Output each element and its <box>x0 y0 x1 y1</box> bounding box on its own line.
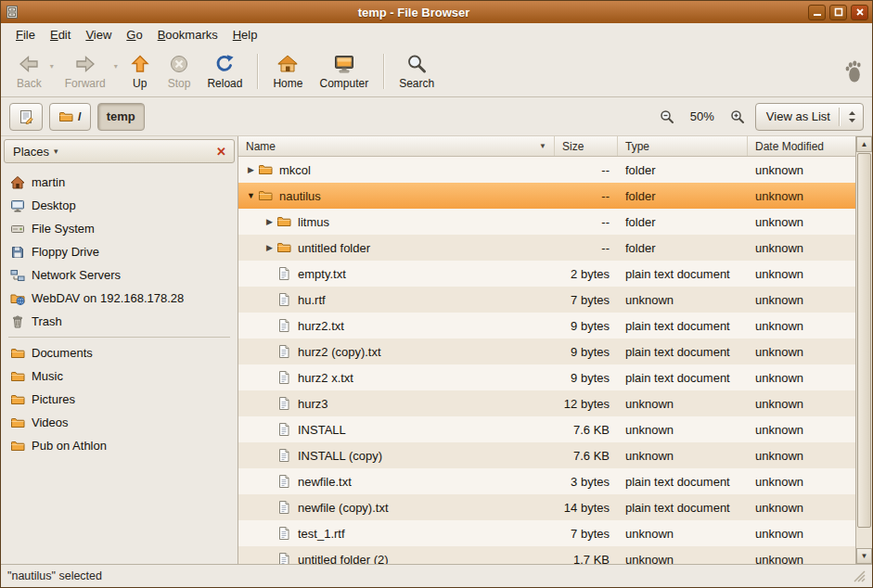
file-row-untitled-folder-2-[interactable]: untitled folder (2)1.7 KBunknownunknown <box>238 546 855 564</box>
folder-icon <box>10 415 25 430</box>
search-button[interactable]: Search <box>391 48 443 95</box>
places-header-dropdown[interactable]: Places ▾ ✕ <box>4 139 235 163</box>
path-button-current[interactable]: temp <box>97 103 145 131</box>
resize-grip[interactable] <box>854 570 866 582</box>
file-row-test-1-rtf[interactable]: test_1.rtf7 bytesunknownunknown <box>238 520 855 546</box>
vertical-scrollbar[interactable]: ▲ ▼ <box>855 136 872 564</box>
file-name: hurz2 (copy).txt <box>298 345 381 359</box>
scroll-down-button[interactable]: ▼ <box>856 548 872 564</box>
up-button[interactable]: Up <box>121 48 160 95</box>
sidebar-item-videos[interactable]: Videos <box>1 411 238 434</box>
menu-bookmarks[interactable]: Bookmarks <box>150 25 225 45</box>
file-type: unknown <box>618 527 748 541</box>
text-file-icon <box>276 552 291 564</box>
menu-file[interactable]: File <box>8 25 43 45</box>
text-file-icon <box>276 370 291 385</box>
sidebar-item-martin[interactable]: martin <box>1 171 238 194</box>
file-row-hurz2-x-txt[interactable]: hurz2 x.txt9 bytesplain text documentunk… <box>238 364 855 390</box>
path-button-root[interactable]: / <box>49 103 91 131</box>
file-name: newfile.txt <box>298 475 352 489</box>
column-header-type[interactable]: Type <box>618 136 748 156</box>
folder-icon <box>10 392 25 407</box>
file-name: hu.rtf <box>298 293 326 307</box>
sidebar-item-file-system[interactable]: File System <box>1 217 238 240</box>
file-row-litmus[interactable]: ▶litmus--folderunknown <box>238 209 855 235</box>
sidebar-item-webdav-on-192-168-178-28[interactable]: WebDAV on 192.168.178.28 <box>1 287 238 310</box>
zoom-out-button[interactable] <box>656 106 678 128</box>
expand-toggle-icon[interactable]: ▶ <box>244 165 258 174</box>
file-size: -- <box>555 241 618 255</box>
view-mode-dropdown[interactable]: View as List <box>755 103 864 131</box>
zoom-in-button[interactable] <box>726 106 749 128</box>
sidebar-item-music[interactable]: Music <box>1 364 238 388</box>
sidebar-item-floppy-drive[interactable]: Floppy Drive <box>1 240 238 263</box>
column-header-size[interactable]: Size <box>555 136 618 156</box>
file-row-newfile-copy-txt[interactable]: newfile (copy).txt14 bytesplain text doc… <box>238 494 855 520</box>
file-row-untitled-folder[interactable]: ▶untitled folder--folderunknown <box>238 235 855 261</box>
computer-button[interactable]: Computer <box>311 48 377 95</box>
places-list: martinDesktopFile SystemFloppy DriveNetw… <box>1 166 238 564</box>
sidebar-item-pub-on-athlon[interactable]: Pub on Athlon <box>1 434 238 457</box>
folder-icon <box>10 346 25 361</box>
file-name: test_1.rtf <box>298 527 345 541</box>
file-type: folder <box>618 241 748 255</box>
titlebar[interactable]: temp - File Browser <box>1 1 872 23</box>
menu-view[interactable]: View <box>78 25 119 45</box>
file-size: 7 bytes <box>555 293 618 307</box>
computer-label: Computer <box>319 77 368 90</box>
expand-toggle-icon[interactable]: ▶ <box>263 243 276 252</box>
statusbar: "nautilus" selected <box>1 564 872 587</box>
menu-go[interactable]: Go <box>119 25 149 45</box>
file-row-install[interactable]: INSTALL7.6 KBunknownunknown <box>238 416 855 442</box>
file-row-empty-txt[interactable]: empty.txt2 bytesplain text documentunkno… <box>238 261 855 287</box>
sidebar-item-network-servers[interactable]: Network Servers <box>1 263 238 287</box>
sidebar-item-trash[interactable]: Trash <box>1 310 238 333</box>
column-header-name[interactable]: Name ▼ <box>238 136 555 156</box>
back-label: Back <box>17 77 42 90</box>
sidebar-item-label: Videos <box>32 415 69 429</box>
collapse-toggle-icon[interactable]: ▼ <box>244 191 258 200</box>
scroll-up-button[interactable]: ▲ <box>856 136 872 152</box>
sidebar-item-pictures[interactable]: Pictures <box>1 388 238 411</box>
file-row-newfile-txt[interactable]: newfile.txt3 bytesplain text documentunk… <box>238 468 855 494</box>
text-file-icon <box>276 500 291 515</box>
edit-location-toggle[interactable] <box>9 103 43 131</box>
menu-help[interactable]: Help <box>225 25 265 45</box>
search-label: Search <box>399 77 434 90</box>
sidebar-item-documents[interactable]: Documents <box>1 341 238 364</box>
file-row-hurz3[interactable]: hurz312 bytesunknownunknown <box>238 390 855 416</box>
file-row-mkcol[interactable]: ▶mkcol--folderunknown <box>238 157 855 183</box>
column-header-date-modified[interactable]: Date Modified <box>748 136 855 156</box>
file-row-hu-rtf[interactable]: hu.rtf7 bytesunknownunknown <box>238 287 855 313</box>
sidebar-item-desktop[interactable]: Desktop <box>1 194 238 217</box>
close-sidebar-button[interactable]: ✕ <box>214 145 228 159</box>
toolbar: Back ▾ Forward ▾ Up Stop Reload Home <box>1 46 872 97</box>
home-button[interactable]: Home <box>264 48 311 95</box>
file-size: 9 bytes <box>555 345 618 359</box>
file-modified: unknown <box>748 501 855 515</box>
folder-icon <box>258 188 273 203</box>
file-row-nautilus[interactable]: ▼nautilus--folderunknown <box>238 183 855 209</box>
expand-toggle-icon[interactable]: ▶ <box>263 217 276 226</box>
file-size: 7.6 KB <box>555 449 618 463</box>
scrollbar-thumb[interactable] <box>857 153 871 528</box>
close-button[interactable] <box>851 5 868 20</box>
sidebar-item-label: Network Servers <box>32 268 121 282</box>
file-type: plain text document <box>618 267 748 281</box>
file-row-hurz2-txt[interactable]: hurz2.txt9 bytesplain text documentunkno… <box>238 313 855 339</box>
file-row-install-copy-[interactable]: INSTALL (copy)7.6 KBunknownunknown <box>238 442 855 468</box>
file-name: INSTALL <box>298 423 346 437</box>
text-file-icon <box>276 266 291 281</box>
maximize-button[interactable] <box>829 5 847 20</box>
menu-edit[interactable]: Edit <box>43 25 78 45</box>
minimize-button[interactable] <box>808 5 826 20</box>
file-size: -- <box>555 215 618 229</box>
home-icon <box>10 175 25 190</box>
text-file-icon <box>276 422 291 437</box>
file-modified: unknown <box>748 345 855 359</box>
up-label: Up <box>133 77 147 90</box>
reload-button[interactable]: Reload <box>199 48 250 95</box>
file-type: unknown <box>618 397 748 411</box>
file-size: 12 bytes <box>555 397 618 411</box>
file-row-hurz2-copy-txt[interactable]: hurz2 (copy).txt9 bytesplain text docume… <box>238 339 855 364</box>
